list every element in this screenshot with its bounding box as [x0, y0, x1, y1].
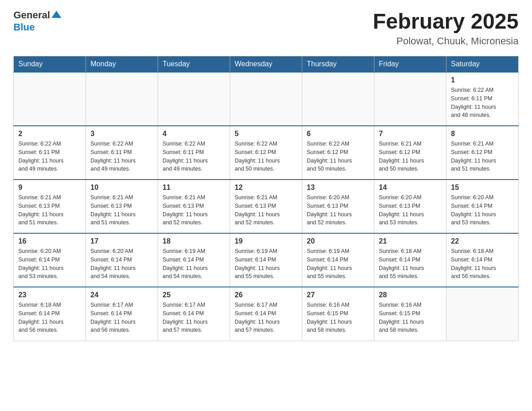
day-info: Sunrise: 6:22 AMSunset: 6:11 PMDaylight:… — [18, 140, 81, 173]
day-info: Sunrise: 6:22 AMSunset: 6:12 PMDaylight:… — [235, 140, 297, 173]
calendar-cell — [158, 72, 230, 126]
calendar-cell — [230, 72, 302, 126]
logo-general-text: General — [13, 9, 50, 21]
calendar-cell: 1Sunrise: 6:22 AMSunset: 6:11 PMDaylight… — [446, 72, 519, 126]
day-info: Sunrise: 6:19 AMSunset: 6:14 PMDaylight:… — [163, 247, 225, 281]
day-number: 20 — [307, 237, 369, 245]
col-tuesday: Tuesday — [158, 56, 230, 73]
day-info: Sunrise: 6:17 AMSunset: 6:14 PMDaylight:… — [90, 301, 153, 334]
day-info: Sunrise: 6:18 AMSunset: 6:14 PMDaylight:… — [18, 301, 81, 334]
calendar-cell: 12Sunrise: 6:21 AMSunset: 6:13 PMDayligh… — [230, 180, 302, 233]
calendar-cell — [446, 287, 519, 341]
day-number: 1 — [451, 76, 514, 84]
day-info: Sunrise: 6:18 AMSunset: 6:14 PMDaylight:… — [379, 247, 442, 281]
day-info: Sunrise: 6:16 AMSunset: 6:15 PMDaylight:… — [379, 301, 442, 334]
calendar-header-row: Sunday Monday Tuesday Wednesday Thursday… — [14, 56, 519, 73]
day-info: Sunrise: 6:19 AMSunset: 6:14 PMDaylight:… — [235, 247, 297, 281]
day-info: Sunrise: 6:21 AMSunset: 6:12 PMDaylight:… — [451, 140, 514, 173]
calendar-cell: 16Sunrise: 6:20 AMSunset: 6:14 PMDayligh… — [14, 233, 86, 287]
day-number: 17 — [90, 237, 153, 245]
calendar-cell: 21Sunrise: 6:18 AMSunset: 6:14 PMDayligh… — [374, 233, 446, 287]
day-number: 28 — [379, 291, 442, 299]
calendar-cell: 4Sunrise: 6:22 AMSunset: 6:11 PMDaylight… — [158, 126, 230, 180]
week-row-2: 2Sunrise: 6:22 AMSunset: 6:11 PMDaylight… — [14, 126, 519, 180]
calendar-cell: 15Sunrise: 6:20 AMSunset: 6:14 PMDayligh… — [446, 180, 519, 233]
calendar-cell: 23Sunrise: 6:18 AMSunset: 6:14 PMDayligh… — [14, 287, 86, 341]
day-info: Sunrise: 6:22 AMSunset: 6:11 PMDaylight:… — [163, 140, 225, 173]
day-number: 27 — [307, 291, 369, 299]
day-number: 11 — [163, 184, 225, 192]
day-number: 6 — [307, 130, 369, 138]
calendar-cell: 24Sunrise: 6:17 AMSunset: 6:14 PMDayligh… — [86, 287, 158, 341]
calendar-cell: 25Sunrise: 6:17 AMSunset: 6:14 PMDayligh… — [158, 287, 230, 341]
logo-blue-text: Blue — [13, 21, 35, 33]
day-number: 9 — [18, 184, 81, 192]
day-number: 24 — [90, 291, 153, 299]
day-info: Sunrise: 6:22 AMSunset: 6:12 PMDaylight:… — [307, 140, 369, 173]
calendar-cell: 5Sunrise: 6:22 AMSunset: 6:12 PMDaylight… — [230, 126, 302, 180]
calendar-cell: 9Sunrise: 6:21 AMSunset: 6:13 PMDaylight… — [14, 180, 86, 233]
day-number: 18 — [163, 237, 225, 245]
title-block: February 2025 Polowat, Chuuk, Micronesia — [373, 9, 519, 47]
calendar-cell: 19Sunrise: 6:19 AMSunset: 6:14 PMDayligh… — [230, 233, 302, 287]
day-number: 8 — [451, 130, 514, 138]
location-subtitle: Polowat, Chuuk, Micronesia — [373, 35, 519, 47]
page-header: General Blue February 2025 Polowat, Chuu… — [13, 9, 519, 47]
day-number: 22 — [451, 237, 514, 245]
day-number: 12 — [235, 184, 297, 192]
day-number: 19 — [235, 237, 297, 245]
calendar-table: Sunday Monday Tuesday Wednesday Thursday… — [13, 56, 519, 341]
col-friday: Friday — [374, 56, 446, 73]
svg-marker-0 — [51, 11, 61, 18]
day-number: 15 — [451, 184, 514, 192]
calendar-cell: 28Sunrise: 6:16 AMSunset: 6:15 PMDayligh… — [374, 287, 446, 341]
day-number: 3 — [90, 130, 153, 138]
calendar-cell — [302, 72, 374, 126]
day-info: Sunrise: 6:16 AMSunset: 6:15 PMDaylight:… — [307, 301, 369, 334]
logo-triangle-icon — [51, 10, 61, 20]
col-saturday: Saturday — [446, 56, 519, 73]
week-row-4: 16Sunrise: 6:20 AMSunset: 6:14 PMDayligh… — [14, 233, 519, 287]
calendar-cell — [374, 72, 446, 126]
calendar-cell: 20Sunrise: 6:19 AMSunset: 6:14 PMDayligh… — [302, 233, 374, 287]
week-row-1: 1Sunrise: 6:22 AMSunset: 6:11 PMDaylight… — [14, 72, 519, 126]
calendar-cell — [14, 72, 86, 126]
day-number: 25 — [163, 291, 225, 299]
day-info: Sunrise: 6:17 AMSunset: 6:14 PMDaylight:… — [163, 301, 225, 334]
calendar-cell: 7Sunrise: 6:21 AMSunset: 6:12 PMDaylight… — [374, 126, 446, 180]
day-info: Sunrise: 6:21 AMSunset: 6:13 PMDaylight:… — [90, 193, 153, 227]
calendar-cell: 11Sunrise: 6:21 AMSunset: 6:13 PMDayligh… — [158, 180, 230, 233]
day-info: Sunrise: 6:22 AMSunset: 6:11 PMDaylight:… — [90, 140, 153, 173]
day-info: Sunrise: 6:21 AMSunset: 6:13 PMDaylight:… — [235, 193, 297, 227]
day-info: Sunrise: 6:19 AMSunset: 6:14 PMDaylight:… — [307, 247, 369, 281]
day-number: 14 — [379, 184, 442, 192]
day-number: 2 — [18, 130, 81, 138]
day-number: 7 — [379, 130, 442, 138]
day-info: Sunrise: 6:17 AMSunset: 6:14 PMDaylight:… — [235, 301, 297, 334]
calendar-cell: 27Sunrise: 6:16 AMSunset: 6:15 PMDayligh… — [302, 287, 374, 341]
col-sunday: Sunday — [14, 56, 86, 73]
day-info: Sunrise: 6:20 AMSunset: 6:13 PMDaylight:… — [379, 193, 442, 227]
day-info: Sunrise: 6:18 AMSunset: 6:14 PMDaylight:… — [451, 247, 514, 281]
day-info: Sunrise: 6:20 AMSunset: 6:14 PMDaylight:… — [90, 247, 153, 281]
day-number: 10 — [90, 184, 153, 192]
day-number: 13 — [307, 184, 369, 192]
calendar-cell — [86, 72, 158, 126]
calendar-cell: 22Sunrise: 6:18 AMSunset: 6:14 PMDayligh… — [446, 233, 519, 287]
calendar-cell: 14Sunrise: 6:20 AMSunset: 6:13 PMDayligh… — [374, 180, 446, 233]
day-info: Sunrise: 6:20 AMSunset: 6:13 PMDaylight:… — [307, 193, 369, 227]
day-info: Sunrise: 6:21 AMSunset: 6:13 PMDaylight:… — [18, 193, 81, 227]
day-number: 26 — [235, 291, 297, 299]
day-info: Sunrise: 6:21 AMSunset: 6:12 PMDaylight:… — [379, 140, 442, 173]
day-info: Sunrise: 6:20 AMSunset: 6:14 PMDaylight:… — [451, 193, 514, 227]
day-number: 16 — [18, 237, 81, 245]
col-thursday: Thursday — [302, 56, 374, 73]
day-number: 4 — [163, 130, 225, 138]
calendar-cell: 3Sunrise: 6:22 AMSunset: 6:11 PMDaylight… — [86, 126, 158, 180]
calendar-cell: 8Sunrise: 6:21 AMSunset: 6:12 PMDaylight… — [446, 126, 519, 180]
col-monday: Monday — [86, 56, 158, 73]
week-row-5: 23Sunrise: 6:18 AMSunset: 6:14 PMDayligh… — [14, 287, 519, 341]
col-wednesday: Wednesday — [230, 56, 302, 73]
calendar-cell: 6Sunrise: 6:22 AMSunset: 6:12 PMDaylight… — [302, 126, 374, 180]
day-number: 21 — [379, 237, 442, 245]
